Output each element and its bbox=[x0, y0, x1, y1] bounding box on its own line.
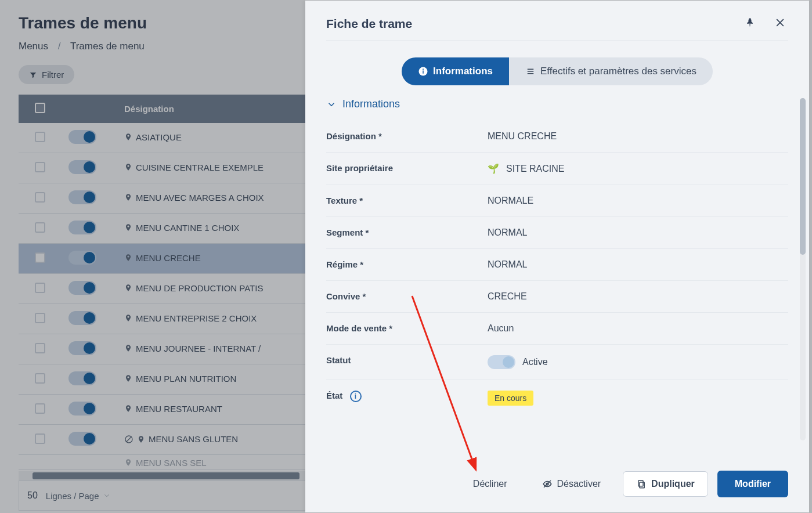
field-texture: Texture * NORMALE bbox=[326, 185, 788, 217]
modifier-button[interactable]: Modifier bbox=[717, 471, 788, 497]
panel-actions: Décliner Désactiver Dupliquer Modifier bbox=[305, 459, 809, 512]
info-icon bbox=[418, 66, 428, 77]
pin-icon bbox=[744, 17, 756, 28]
desactiver-button[interactable]: Désactiver bbox=[529, 472, 614, 496]
svg-rect-5 bbox=[423, 71, 424, 74]
copy-icon bbox=[636, 479, 647, 489]
field-list: Désignation * MENU CRECHE Site propriéta… bbox=[326, 121, 788, 416]
side-panel: Fiche de trame Informations Effectifs et… bbox=[305, 1, 809, 512]
svg-rect-13 bbox=[638, 481, 643, 486]
list-icon bbox=[525, 66, 536, 77]
field-statut: Statut Active bbox=[326, 345, 788, 380]
panel-body: Informations Désignation * MENU CRECHE S… bbox=[305, 95, 809, 459]
field-site: Site propriétaire 🌱SITE RACINE bbox=[326, 153, 788, 185]
panel-tabs: Informations Effectifs et paramètres des… bbox=[305, 41, 809, 95]
field-etat: État i En cours bbox=[326, 380, 788, 416]
panel-header: Fiche de trame bbox=[305, 1, 809, 41]
chevron-down-icon bbox=[326, 99, 337, 110]
svg-rect-12 bbox=[640, 482, 644, 488]
panel-title: Fiche de trame bbox=[326, 17, 412, 31]
field-regime: Régime * NORMAL bbox=[326, 249, 788, 281]
tab-effectifs[interactable]: Effectifs et paramètres des services bbox=[509, 57, 713, 85]
pin-button[interactable] bbox=[742, 15, 758, 32]
vertical-scrollbar[interactable] bbox=[800, 98, 806, 440]
seedling-icon: 🌱 bbox=[488, 163, 499, 174]
svg-point-6 bbox=[423, 68, 424, 70]
status-badge: En cours bbox=[488, 391, 533, 406]
close-button[interactable] bbox=[772, 15, 788, 32]
tab-informations[interactable]: Informations bbox=[402, 57, 509, 85]
decliner-button[interactable]: Décliner bbox=[460, 472, 520, 496]
section-toggle-informations[interactable]: Informations bbox=[326, 98, 400, 110]
field-segment: Segment * NORMAL bbox=[326, 217, 788, 249]
statut-toggle[interactable] bbox=[488, 355, 515, 369]
dupliquer-button[interactable]: Dupliquer bbox=[623, 471, 708, 497]
info-icon[interactable]: i bbox=[350, 391, 362, 402]
field-mode-vente: Mode de vente * Aucun bbox=[326, 313, 788, 345]
field-designation: Désignation * MENU CRECHE bbox=[326, 121, 788, 153]
close-icon bbox=[774, 17, 786, 28]
eye-off-icon bbox=[542, 479, 553, 489]
field-convive: Convive * CRECHE bbox=[326, 281, 788, 313]
